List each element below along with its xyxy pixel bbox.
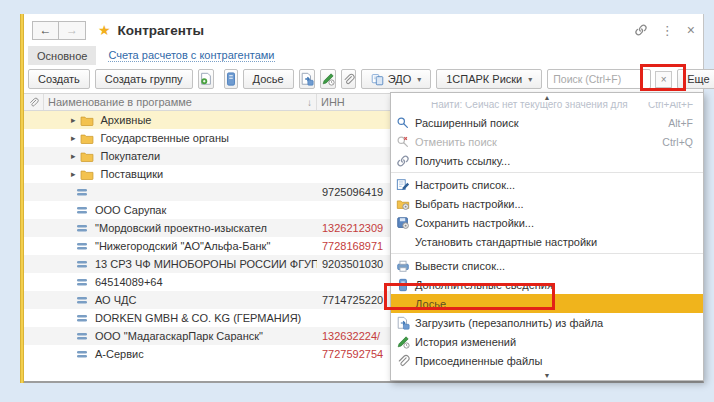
forward-button[interactable]: [59, 21, 86, 40]
counterparty-name: ООО "МадагаскарПарк Саранск": [95, 330, 263, 342]
name-cell: DORKEN GMBH & CO. KG (ГЕРМАНИЯ): [44, 312, 317, 324]
toolbar: Создать Создать группу Досье ЭДО 1СПАРК …: [24, 65, 703, 94]
name-cell: "Нижегородский "АО"Альфа-Банк": [44, 240, 317, 252]
menu-item-сохранить[interactable]: Сохранить настройки...: [391, 213, 703, 232]
scroll-up-icon: [544, 94, 551, 101]
name-cell: [44, 188, 317, 197]
attachment-column-header[interactable]: [24, 94, 44, 110]
name-cell: Архивные: [44, 114, 317, 126]
annotation-box-dossier-item: [384, 283, 555, 310]
menu-item-shortcut: Alt+F: [668, 117, 693, 129]
get-link-icon[interactable]: [634, 23, 648, 37]
folder-icon: [80, 133, 94, 144]
search-input[interactable]: [547, 69, 651, 89]
menu-icon-slot: [391, 197, 415, 211]
menu-item-label: История изменений: [415, 336, 516, 348]
menu-item-установить[interactable]: Установить стандартные настройки: [391, 232, 703, 251]
counterparty-name: ООО Сарупак: [95, 204, 166, 216]
spark-risks-dropdown[interactable]: 1СПАРК Риски: [436, 69, 542, 89]
menu-item-присоединенные[interactable]: Присоединенные файлы: [391, 351, 703, 370]
counterparty-name: А-Сервис: [95, 348, 144, 360]
edo-label: ЭДО: [388, 73, 412, 85]
menu-item-label: Вывести список...: [415, 260, 505, 272]
paperclip-icon: [342, 73, 355, 86]
advanced-search-icon: [396, 116, 410, 130]
copy-document-icon: [199, 72, 213, 86]
tab-main[interactable]: Основное: [28, 46, 96, 65]
expand-caret-icon[interactable]: [71, 115, 76, 125]
save-settings-icon: [396, 216, 410, 230]
folder-icon: [80, 151, 94, 162]
counterparty-item-icon: [77, 278, 88, 287]
counterparty-item-icon: [77, 314, 88, 323]
load-from-file-button[interactable]: [299, 69, 315, 89]
expand-caret-icon[interactable]: [71, 169, 76, 179]
paperclip-icon: [28, 97, 39, 108]
menu-item-label: Загрузить (перезаполнить) из файла: [415, 317, 603, 329]
counterparty-item-icon: [77, 260, 88, 269]
scroll-down-icon: [544, 372, 551, 379]
menu-icon-slot: [391, 316, 415, 330]
menu-item-загрузить[interactable]: Загрузить (перезаполнить) из файла: [391, 313, 703, 332]
create-group-button[interactable]: Создать группу: [95, 69, 193, 89]
folder-icon: [80, 115, 94, 126]
change-history-button[interactable]: [320, 69, 336, 89]
dossier-button[interactable]: Досье: [243, 69, 294, 89]
menu-icon-slot: [391, 259, 415, 273]
back-arrow-icon: [40, 23, 52, 37]
configure-list-icon: [396, 178, 410, 192]
more-dropdown-menu: Найти: Сейчас нет текущего значения для …: [390, 92, 704, 381]
menu-item-label: Получить ссылку...: [415, 155, 510, 167]
attached-files-icon: [396, 354, 410, 368]
counterparty-item-icon: [77, 242, 88, 251]
menu-item-получить[interactable]: Получить ссылку...: [391, 151, 703, 170]
copy-item-button[interactable]: [198, 69, 214, 89]
menu-separator: [391, 172, 703, 173]
menu-icon-slot: [391, 178, 415, 192]
menu-item-история[interactable]: История изменений: [391, 332, 703, 351]
print-list-icon: [396, 259, 410, 273]
name-cell: АО ЧДС: [44, 294, 317, 306]
menu-item-вывести[interactable]: Вывести список...: [391, 256, 703, 275]
counterparty-name: "Нижегородский "АО"Альфа-Банк": [95, 240, 270, 252]
counterparty-item-icon: [77, 332, 88, 341]
create-button[interactable]: Создать: [28, 69, 90, 89]
additional-info-button[interactable]: [224, 69, 238, 89]
name-cell: 64514089+64: [44, 276, 317, 288]
counterparty-name: 64514089+64: [95, 276, 163, 288]
menu-item-label: Присоединенные файлы: [415, 355, 542, 367]
close-icon[interactable]: [687, 22, 695, 38]
expand-caret-icon[interactable]: [71, 133, 76, 143]
folder-icon: [80, 169, 94, 180]
menu-item-отменить[interactable]: Отменить поискCtrl+Q: [391, 132, 703, 151]
edo-dropdown[interactable]: ЭДО: [361, 69, 432, 89]
menu-item-label: Найти: Сейчас нет текущего значения для …: [431, 102, 648, 109]
favorite-star-icon[interactable]: [98, 22, 111, 38]
name-cell: 13 СРЗ ЧФ МИНОБОРОНЫ РОССИИ ФГУП: [44, 258, 317, 270]
menu-item-расширенный[interactable]: Расширенный поискAlt+F: [391, 113, 703, 132]
menu-item-shortcut: Ctrl+Q: [662, 136, 693, 148]
menu-scroll-down[interactable]: [391, 370, 703, 380]
counterparty-item-icon: [77, 224, 88, 233]
menu-item-настроить[interactable]: Настроить список...: [391, 175, 703, 194]
annotation-box-more-button: [640, 64, 686, 91]
counterparty-name: DORKEN GMBH & CO. KG (ГЕРМАНИЯ): [95, 312, 301, 324]
menu-item-label: Настроить список...: [415, 179, 515, 191]
counterparty-item-icon: [77, 350, 88, 359]
menu-item-выбрать[interactable]: Выбрать настройки...: [391, 194, 703, 213]
name-cell: Поставщики: [44, 168, 317, 180]
name-column-label: Наименование в программе: [48, 96, 192, 108]
name-cell: ООО "МадагаскарПарк Саранск": [44, 330, 317, 342]
window-controls: [634, 22, 695, 38]
menu-item-find-clipped[interactable]: Найти: Сейчас нет текущего значения для …: [391, 102, 703, 113]
titlebar: Контрагенты: [24, 14, 703, 46]
attached-files-button[interactable]: [341, 69, 356, 89]
name-column-header[interactable]: Наименование в программе: [44, 94, 317, 110]
menu-scroll-up[interactable]: [391, 93, 703, 102]
counterparty-name: 13 СРЗ ЧФ МИНОБОРОНЫ РОССИИ ФГУП: [95, 258, 317, 270]
kebab-menu-icon[interactable]: [661, 23, 674, 38]
history-nav: [32, 21, 86, 40]
tab-accounts-link[interactable]: Счета расчетов с контрагентами: [108, 49, 274, 62]
expand-caret-icon[interactable]: [71, 151, 76, 161]
back-button[interactable]: [32, 21, 59, 40]
